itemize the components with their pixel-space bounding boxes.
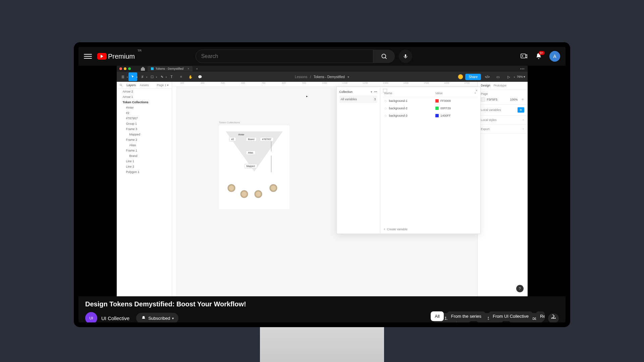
figma-tab-strip: Tokens - Demystified × + ••• [140, 66, 528, 72]
voice-search-button[interactable] [399, 50, 412, 63]
search-button[interactable] [373, 50, 395, 63]
prototype-tab[interactable]: Prototype [494, 84, 507, 87]
variables-settings-button[interactable]: ⚙ [518, 107, 524, 113]
chip-all[interactable]: All [431, 311, 443, 321]
pen-tool[interactable]: ✎ [158, 72, 166, 81]
layer-item[interactable]: Brand [117, 153, 172, 159]
minimize-dot-icon[interactable] [124, 67, 126, 70]
assets-tab[interactable]: Assets [140, 83, 149, 87]
page-section-label: Page [481, 92, 524, 96]
layer-item[interactable]: #2 [117, 110, 172, 116]
layer-item[interactable]: Line 2 [117, 164, 172, 169]
comment-tool[interactable]: 💬 [196, 72, 204, 81]
figma-file-icon [151, 67, 154, 70]
figma-file-tab[interactable]: Tokens - Demystified × [148, 66, 193, 71]
svg-rect-2 [405, 54, 406, 57]
video-player[interactable]: Tokens - Demystified × + ••• ☰▾ ▾ #▾ ☐▾ … [78, 66, 566, 296]
page-selector[interactable]: Page 1 ▾ [157, 83, 169, 87]
local-vars-label: Local variables [481, 108, 501, 112]
close-icon[interactable]: × [187, 67, 189, 70]
dev-mode-icon[interactable]: </> [483, 72, 492, 81]
create-button[interactable] [520, 52, 528, 60]
layers-tab[interactable]: Layers [127, 83, 136, 87]
menu-icon[interactable] [84, 52, 92, 60]
layer-item[interactable]: Arrow 2 [117, 89, 172, 94]
artboard-label: Token Collections [219, 121, 240, 124]
home-icon[interactable] [140, 66, 146, 71]
chip-series[interactable]: From the series [447, 311, 485, 321]
layer-item[interactable]: Token Collections [117, 100, 172, 105]
variable-row[interactable]: ◇background-1 FF0000 [383, 97, 478, 105]
artboard[interactable]: Token Collections #Inter #2 Brand #78795… [219, 125, 289, 209]
chip: #2 [229, 137, 236, 141]
search-input[interactable] [201, 53, 368, 59]
add-style-icon[interactable]: + [522, 118, 524, 122]
chevron-right-icon [550, 313, 557, 319]
arrow-line [271, 141, 271, 152]
layer-item[interactable]: #787957 [117, 116, 172, 121]
present-icon[interactable]: ▷ [504, 72, 513, 81]
related-chips: All From the series From UI Collective R… [431, 311, 559, 321]
search-input-wrap [196, 50, 373, 63]
share-button[interactable]: Share [465, 74, 481, 80]
text-tool[interactable]: T [167, 72, 176, 81]
help-button[interactable]: ? [516, 285, 524, 292]
color-swatch[interactable] [481, 98, 485, 102]
frame-tool[interactable]: # [138, 72, 147, 81]
search-icon[interactable] [119, 83, 123, 87]
svg-line-1 [385, 57, 386, 59]
user-avatar[interactable]: A [549, 51, 560, 62]
tab-overflow-icon[interactable]: ••• [520, 67, 525, 71]
design-tab[interactable]: Design [481, 84, 490, 87]
channel-name[interactable]: UI Collective [101, 315, 129, 321]
layer-item[interactable]: Frame 1 [117, 148, 172, 153]
create-icon [520, 52, 528, 60]
mic-icon [403, 54, 408, 59]
video-metadata: Design Tokens Demystified: Boost Your Wo… [78, 296, 566, 322]
zoom-level[interactable]: 76% ▾ [517, 75, 526, 78]
chip-channel[interactable]: From UI Collective [489, 311, 533, 321]
layer-item[interactable]: Frame 2 [117, 137, 172, 142]
monitor-stand [260, 327, 384, 362]
collaborator-avatar[interactable] [458, 74, 463, 79]
layer-item[interactable]: Mapped [117, 132, 172, 137]
prototype-view-icon[interactable]: ▭ [494, 72, 502, 81]
layer-item[interactable]: Alias [117, 142, 172, 148]
layer-item[interactable]: Group 1 [117, 121, 172, 126]
layer-item[interactable]: #Inter [117, 105, 172, 110]
export-label: Export [481, 127, 490, 131]
hand-tool[interactable]: ✋ [186, 72, 195, 81]
chip: Brand [246, 137, 257, 141]
shape-tool[interactable]: ☐ [148, 72, 157, 81]
figma-canvas[interactable]: 3004005006007008009001000110012001300140… [172, 82, 477, 296]
all-variables-item[interactable]: All variables3 [339, 96, 377, 103]
book-icon[interactable] [383, 89, 387, 93]
layer-item[interactable]: Arrow 1 [117, 94, 172, 100]
avatar-image [269, 184, 277, 192]
ruler-horizontal: 3004005006007008009001000110012001300140… [172, 82, 477, 86]
variable-row[interactable]: ◇background-2 00FF29 [383, 105, 478, 112]
close-dot-icon[interactable] [119, 67, 122, 70]
collection-dropdown[interactable]: Collection▾ ••• [339, 89, 377, 94]
page-color-row[interactable]: F5F5F5 100% 👁 [481, 98, 524, 102]
layer-item[interactable]: Polygon 1 [117, 169, 172, 175]
chip-partial[interactable]: Re [536, 311, 545, 321]
layer-item[interactable]: Frame 3 [117, 126, 172, 132]
breadcrumb[interactable]: Lessons/ Tokens - Demystified▾ [295, 75, 349, 79]
variable-row[interactable]: ◇background-3 1400FF [383, 112, 478, 119]
close-icon[interactable]: × [476, 89, 477, 92]
create-variable-button[interactable]: + Create variable [384, 228, 408, 231]
chips-next-button[interactable] [548, 311, 559, 321]
youtube-header: Premium TR 9+ A [78, 47, 566, 66]
youtube-logo[interactable]: Premium [97, 53, 135, 60]
maximize-dot-icon[interactable] [128, 67, 131, 70]
resources-tool[interactable]: ⌗ [177, 72, 185, 81]
subscribed-button[interactable]: Subscribed ▾ [136, 313, 178, 322]
add-export-icon[interactable]: + [522, 127, 524, 131]
layer-item[interactable]: Line 1 [117, 159, 172, 164]
main-menu-icon[interactable]: ☰ [119, 72, 127, 81]
add-tab-button[interactable]: + [196, 67, 198, 71]
channel-avatar[interactable]: UI [85, 312, 97, 322]
move-tool[interactable] [128, 72, 137, 81]
notifications-button[interactable]: 9+ [535, 52, 543, 60]
